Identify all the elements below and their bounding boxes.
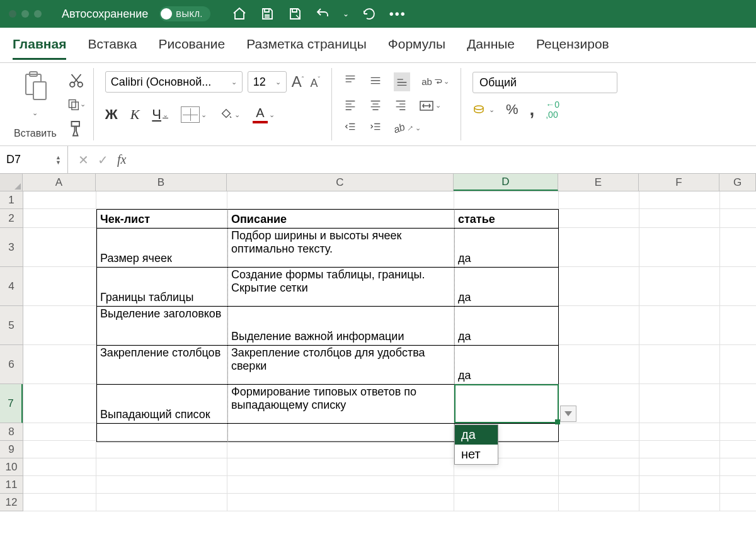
col-header-b[interactable]: B — [96, 174, 227, 191]
cell[interactable] — [227, 476, 454, 493]
cell[interactable] — [454, 494, 559, 511]
cell[interactable] — [227, 458, 454, 475]
cell[interactable] — [720, 209, 756, 227]
cell[interactable] — [720, 494, 756, 511]
tab-page-layout[interactable]: Разметка страницы — [246, 37, 367, 58]
dropdown-option[interactable]: нет — [455, 445, 498, 464]
cell[interactable] — [454, 191, 559, 208]
row-header-8[interactable]: 8 — [0, 423, 23, 441]
col-header-e[interactable]: E — [558, 174, 639, 191]
borders-button[interactable]: ⌄ — [181, 106, 207, 123]
align-right-icon[interactable] — [394, 98, 408, 114]
cell[interactable] — [227, 494, 454, 511]
row-header-11[interactable]: 11 — [0, 476, 23, 494]
tab-insert[interactable]: Вставка — [88, 37, 137, 58]
cell[interactable] — [639, 267, 720, 305]
orientation-button[interactable]: ab⌄ — [394, 123, 421, 134]
tab-home[interactable]: Главная — [13, 37, 66, 60]
cell[interactable] — [559, 494, 639, 511]
copy-icon[interactable]: ⌄ — [67, 96, 86, 112]
align-center-icon[interactable] — [369, 98, 382, 114]
comma-button[interactable]: , — [529, 99, 534, 120]
cell[interactable] — [720, 228, 756, 266]
dropdown-option[interactable]: да — [455, 425, 498, 445]
cell[interactable] — [23, 476, 96, 493]
increase-decimal-button[interactable]: ←0,00 — [546, 99, 559, 120]
cell[interactable] — [720, 191, 756, 208]
cell[interactable] — [96, 191, 227, 208]
cell[interactable] — [559, 209, 639, 227]
cell[interactable] — [96, 441, 227, 458]
formula-input[interactable] — [136, 146, 756, 173]
cell[interactable] — [23, 458, 96, 475]
cell[interactable] — [23, 423, 96, 440]
minimize-window-button[interactable] — [21, 10, 29, 18]
cell[interactable] — [639, 209, 720, 227]
row-header-10[interactable]: 10 — [0, 458, 23, 476]
cell[interactable] — [720, 267, 756, 305]
align-left-icon[interactable] — [343, 98, 357, 114]
cell[interactable] — [639, 458, 720, 475]
row-header-3[interactable]: 3 — [0, 228, 23, 267]
paste-icon[interactable] — [22, 71, 49, 101]
redo-icon[interactable] — [362, 6, 377, 21]
currency-button[interactable]: ⌄ — [472, 103, 495, 116]
cell[interactable] — [23, 191, 96, 208]
col-header-f[interactable]: F — [639, 174, 719, 191]
decrease-font-icon[interactable]: Aˇ — [311, 74, 321, 91]
font-color-button[interactable]: A ⌄ — [253, 106, 275, 123]
row-header-5[interactable]: 5 — [0, 306, 23, 345]
row-header-7[interactable]: 7 — [0, 384, 23, 423]
align-top-icon[interactable] — [343, 74, 357, 90]
cell[interactable] — [720, 345, 756, 383]
cell[interactable] — [227, 191, 454, 208]
cell[interactable] — [559, 267, 639, 305]
cell[interactable] — [639, 476, 720, 493]
save-icon[interactable] — [260, 6, 275, 21]
merge-button[interactable]: ⌄ — [419, 100, 441, 111]
wrap-text-button[interactable]: ab⌄ — [421, 76, 449, 87]
paste-dropdown-icon[interactable]: ⌄ — [32, 109, 38, 117]
tab-formulas[interactable]: Формулы — [388, 37, 445, 58]
col-header-g[interactable]: G — [719, 174, 756, 191]
row-header-9[interactable]: 9 — [0, 441, 23, 458]
percent-button[interactable]: % — [506, 101, 518, 118]
cell[interactable] — [227, 441, 454, 458]
cell[interactable] — [559, 191, 639, 208]
fill-color-button[interactable]: ⌄ — [219, 108, 240, 122]
cell[interactable] — [639, 306, 720, 344]
cell[interactable] — [639, 423, 720, 440]
select-all-corner[interactable] — [0, 174, 23, 191]
undo-icon[interactable] — [315, 6, 330, 21]
cell[interactable] — [96, 476, 227, 493]
cell[interactable] — [720, 441, 756, 458]
close-window-button[interactable] — [9, 10, 16, 18]
cell[interactable] — [454, 476, 559, 493]
increase-indent-icon[interactable] — [369, 120, 382, 137]
decrease-indent-icon[interactable] — [343, 120, 357, 137]
row-header-6[interactable]: 6 — [0, 345, 23, 384]
bold-button[interactable]: Ж — [105, 106, 118, 123]
selected-cell[interactable] — [454, 384, 559, 423]
col-header-c[interactable]: C — [227, 174, 454, 191]
cell[interactable] — [96, 458, 227, 475]
cell-dropdown-button[interactable] — [560, 406, 576, 422]
save-as-icon[interactable] — [287, 6, 302, 21]
format-painter-icon[interactable] — [67, 120, 86, 136]
maximize-window-button[interactable] — [34, 10, 42, 18]
cell[interactable] — [639, 494, 720, 511]
cell[interactable] — [639, 441, 720, 458]
cells-area[interactable]: Чек-листОписаниеОписано в статье Размер … — [23, 191, 756, 511]
italic-button[interactable]: К — [130, 106, 140, 123]
confirm-formula-icon[interactable]: ✓ — [98, 152, 108, 168]
cell[interactable] — [23, 441, 96, 458]
cell[interactable] — [720, 458, 756, 475]
cell[interactable] — [720, 306, 756, 344]
cell[interactable] — [639, 345, 720, 383]
cut-icon[interactable] — [67, 72, 86, 89]
font-name-select[interactable]: Calibri (Основной...⌄ — [105, 71, 243, 93]
home-icon[interactable] — [232, 6, 247, 21]
cell[interactable] — [720, 476, 756, 493]
undo-dropdown-icon[interactable]: ⌄ — [343, 9, 349, 18]
cell[interactable] — [720, 384, 756, 423]
